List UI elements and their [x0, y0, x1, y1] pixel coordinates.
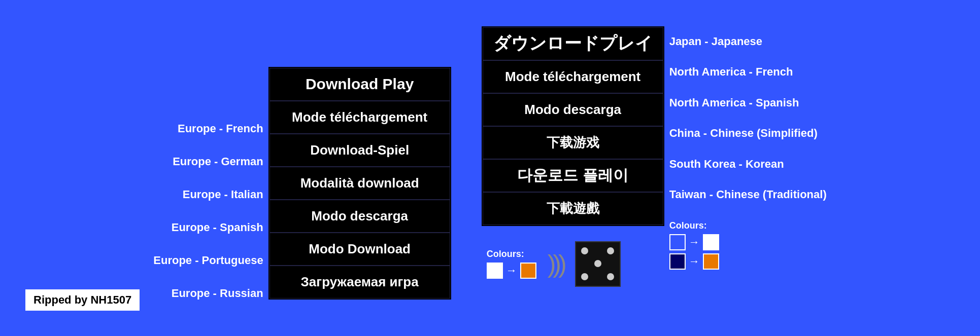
right-cell-1: Modo descarga [483, 93, 663, 126]
colour-swatch-orange [520, 263, 536, 279]
dot-7 [581, 273, 588, 280]
right-cell-0: Mode téléchargement [483, 60, 663, 93]
right-cell-text-0: Mode téléchargement [505, 69, 640, 85]
left-label-1: Europe - German [173, 145, 263, 178]
left-header-text: Download Play [306, 76, 414, 93]
arrow-2b: → [689, 255, 700, 268]
left-cell-text-4: Modo Download [309, 241, 411, 257]
left-cell-0: Mode téléchargement [269, 101, 450, 134]
colour-group-2: Colours: → → [669, 220, 719, 270]
left-cell-4: Modo Download [269, 233, 450, 266]
dot-2 [594, 247, 601, 254]
colour-label-1: Colours: [487, 249, 524, 259]
right-label-0: Japan - Japanese [669, 26, 762, 57]
arrow-2a: → [689, 236, 700, 249]
right-cell-3: 다운로드 플레이 [483, 159, 663, 192]
colour-swatch-white [487, 263, 503, 279]
colour-swatch-orange2 [703, 253, 719, 270]
left-cell-text-5: Загружаемая игра [301, 274, 419, 290]
left-cell-text-1: Download-Spiel [310, 142, 409, 158]
dot-5 [594, 260, 601, 267]
ripped-by-label: Ripped by NH1507 [25, 289, 140, 311]
right-black-box: ダウンロードプレイ Mode téléchargement Modo desca… [482, 26, 664, 226]
dice-box [575, 241, 621, 287]
left-header-cell: Download Play [269, 68, 450, 101]
arrow-1a: → [506, 264, 517, 277]
right-cell-4: 下載遊戲 [483, 192, 663, 225]
main-container: Europe - French Europe - German Europe -… [0, 0, 980, 336]
right-cell-text-3: 다운로드 플레이 [517, 165, 628, 186]
colour-row-2a: → [669, 234, 719, 250]
right-label-2: North America - Spanish [669, 88, 799, 119]
left-label-4: Europe - Portuguese [153, 244, 263, 277]
colour-group-2-wrapper: Colours: → → [669, 220, 719, 270]
ripped-by-container: Ripped by NH1507 [25, 289, 140, 311]
left-label-0: Europe - French [178, 113, 263, 145]
right-cell-2: 下载游戏 [483, 126, 663, 159]
dot-6 [607, 260, 614, 267]
left-cell-text-2: Modalità download [300, 175, 419, 191]
right-labels-container: Japan - Japanese North America - French … [664, 26, 827, 270]
right-label-5: Taiwan - Chinese (Traditional) [669, 179, 827, 210]
left-cell-text-3: Modo descarga [311, 208, 408, 224]
right-header-cell: ダウンロードプレイ [483, 27, 663, 60]
right-cell-text-2: 下载游戏 [547, 134, 599, 152]
sound-icon: ))) [548, 249, 564, 279]
dot-1 [581, 247, 588, 254]
left-labels-container: Europe - French Europe - German Europe -… [153, 67, 268, 310]
dot-8 [594, 273, 601, 280]
left-label-2: Europe - Italian [183, 178, 263, 211]
dot-3 [607, 247, 614, 254]
right-cell-text-1: Modo descarga [524, 102, 621, 118]
left-label-5: Europe - Russian [172, 277, 263, 310]
content-layout: Europe - French Europe - German Europe -… [153, 26, 826, 310]
right-header-text: ダウンロードプレイ [493, 32, 653, 55]
dot-4 [581, 260, 588, 267]
left-black-box: Download Play Mode téléchargement Downlo… [268, 67, 451, 300]
right-label-4: South Korea - Korean [669, 149, 784, 180]
colour-row-1a: → [487, 263, 536, 279]
colour-swatch-darkblue [669, 253, 686, 270]
colour-row-2b: → [669, 253, 719, 270]
colour-group-1: Colours: → [487, 249, 536, 279]
left-label-3: Europe - Spanish [172, 211, 263, 244]
bottom-colours-right: Colours: → ))) [482, 241, 621, 287]
right-label-3: China - Chinese (Simplified) [669, 118, 818, 149]
right-label-1: North America - French [669, 57, 793, 88]
right-cell-text-4: 下載遊戲 [547, 200, 599, 217]
dot-9 [607, 273, 614, 280]
colour-swatch-blue1 [669, 234, 686, 250]
left-cell-3: Modo descarga [269, 200, 450, 233]
left-cell-2: Modalità download [269, 167, 450, 200]
left-cell-text-0: Mode téléchargement [292, 109, 427, 125]
right-section-wrapper: ダウンロードプレイ Mode téléchargement Modo desca… [482, 26, 664, 287]
colour-label-2: Colours: [669, 220, 707, 231]
left-cell-5: Загружаемая игра [269, 266, 450, 298]
colour-swatch-white2 [703, 234, 719, 250]
left-cell-1: Download-Spiel [269, 134, 450, 167]
